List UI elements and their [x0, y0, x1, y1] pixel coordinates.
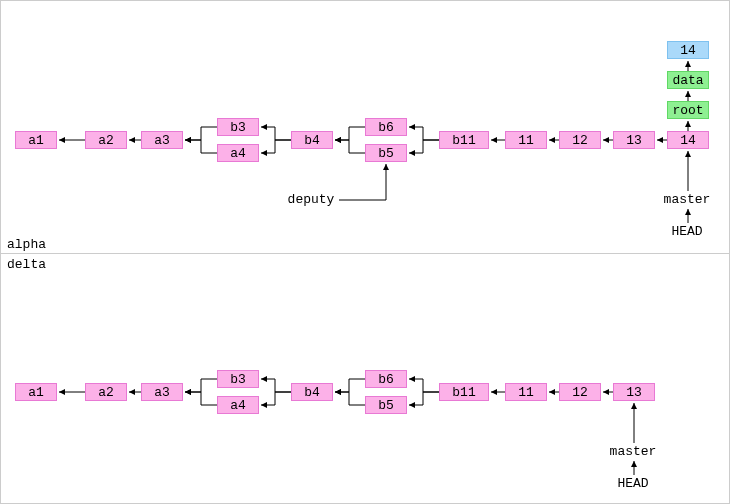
commit-a4-alpha: a4 — [217, 144, 259, 162]
commit-b5-delta: b5 — [365, 396, 407, 414]
commit-a1-delta: a1 — [15, 383, 57, 401]
branch-master-delta: master — [603, 445, 663, 459]
commit-13-alpha: 13 — [613, 131, 655, 149]
ref-head-delta: HEAD — [603, 477, 663, 491]
branch-deputy-alpha: deputy — [281, 193, 341, 207]
commit-11-alpha: 11 — [505, 131, 547, 149]
commit-a3-alpha: a3 — [141, 131, 183, 149]
branch-master-alpha: master — [657, 193, 717, 207]
commit-b11-alpha: b11 — [439, 131, 489, 149]
commit-b4-delta: b4 — [291, 383, 333, 401]
tree-data-alpha: data — [667, 71, 709, 89]
commit-a1-alpha: a1 — [15, 131, 57, 149]
commit-11-delta: 11 — [505, 383, 547, 401]
commit-a3-delta: a3 — [141, 383, 183, 401]
commit-12-delta: 12 — [559, 383, 601, 401]
tree-root-alpha: root — [667, 101, 709, 119]
workdir-14-alpha: 14 — [667, 41, 709, 59]
commit-a2-alpha: a2 — [85, 131, 127, 149]
commit-b6-alpha: b6 — [365, 118, 407, 136]
region-divider — [1, 253, 729, 254]
commit-b3-delta: b3 — [217, 370, 259, 388]
commit-a4-delta: a4 — [217, 396, 259, 414]
region-label-delta: delta — [7, 257, 46, 272]
commit-b6-delta: b6 — [365, 370, 407, 388]
commit-14-alpha: 14 — [667, 131, 709, 149]
commit-13-delta: 13 — [613, 383, 655, 401]
commit-a2-delta: a2 — [85, 383, 127, 401]
commit-b4-alpha: b4 — [291, 131, 333, 149]
commit-b5-alpha: b5 — [365, 144, 407, 162]
diagram-canvas: alpha delta a1 a2 a3 b3 a4 b4 b6 b5 b11 … — [0, 0, 730, 504]
ref-head-alpha: HEAD — [657, 225, 717, 239]
commit-12-alpha: 12 — [559, 131, 601, 149]
commit-b3-alpha: b3 — [217, 118, 259, 136]
commit-b11-delta: b11 — [439, 383, 489, 401]
region-label-alpha: alpha — [7, 237, 46, 252]
